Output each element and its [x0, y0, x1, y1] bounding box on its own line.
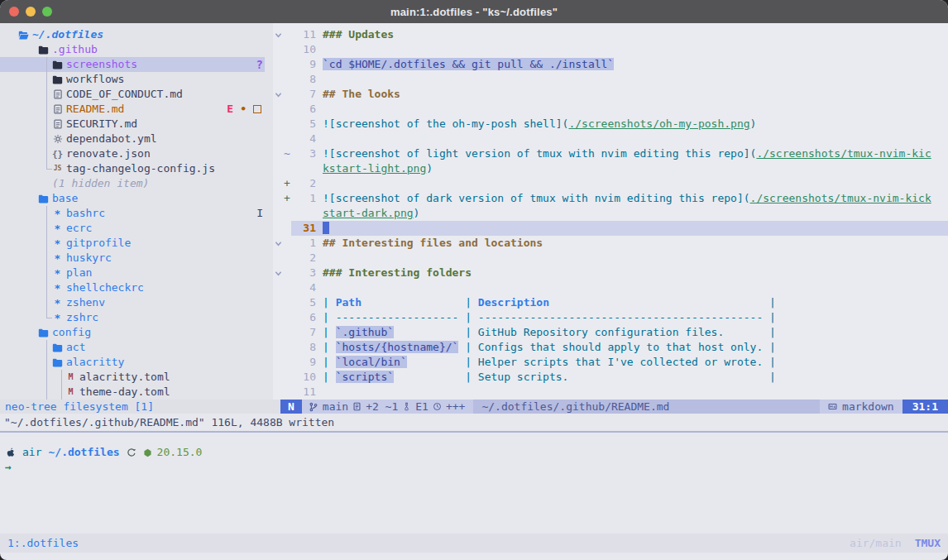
minimize-button[interactable]: [26, 7, 36, 17]
shell-prompt: air ~/.dotfiles 20.15.0: [0, 445, 948, 460]
tree-item-zshrc[interactable]: *zshrc: [0, 310, 265, 325]
tree-guide: [46, 251, 47, 266]
editor-line[interactable]: 31: [273, 221, 948, 236]
editor-line[interactable]: 9| `local/bin` | Helper scripts that I'v…: [273, 355, 948, 370]
line-number: 11: [291, 27, 316, 42]
tree-item-plan[interactable]: *plan: [0, 266, 265, 280]
editor-line[interactable]: 9`cd $HOME/.dotfiles && git pull && ./in…: [273, 57, 948, 72]
tree-item-workflows[interactable]: workflows: [0, 72, 265, 87]
editor-line[interactable]: 7## The looks: [273, 87, 948, 102]
editor-line[interactable]: start-dark.png): [273, 206, 948, 221]
tree-item--dotfiles[interactable]: ~/.dotfiles: [0, 27, 265, 42]
tree-item-tag-changelog-config-js[interactable]: JStag-changelog-config.js: [0, 161, 265, 176]
tree-guide: [61, 370, 62, 385]
asterisk-icon: *: [52, 313, 63, 323]
close-button[interactable]: [9, 7, 19, 17]
editor-line[interactable]: 4: [273, 280, 948, 295]
line-number: 10: [291, 42, 316, 57]
prompt-cwd: ~/.dotfiles: [48, 445, 119, 460]
editor-line[interactable]: 6| ------------------- | ---------------…: [273, 310, 948, 325]
editor-line[interactable]: 1## Interesting files and locations: [273, 236, 948, 251]
window-title: main:1:.dotfiles - "ks~/.dotfiles": [0, 6, 948, 18]
terminal-content: ~/.dotfiles.githubscreenshots?workflowsC…: [0, 23, 948, 560]
tree-item-bashrc[interactable]: *bashrcI: [0, 206, 265, 221]
tree-item-theme-day-toml[interactable]: Mtheme-day.toml: [0, 385, 265, 400]
line-text: kstart-light.png): [316, 161, 948, 176]
tree-item-label: screenshots: [66, 57, 137, 72]
editor-line[interactable]: 2: [273, 251, 948, 266]
line-number: 6: [291, 310, 316, 325]
tree-guide: [46, 206, 47, 221]
tree-guide: [46, 132, 47, 146]
tree-item-base[interactable]: base: [0, 191, 265, 206]
folder-icon: [52, 60, 63, 70]
fold-chevron-icon[interactable]: [273, 91, 283, 98]
editor-line[interactable]: 11: [273, 385, 948, 400]
editor-line[interactable]: 8: [273, 72, 948, 87]
tree-guide: [46, 310, 47, 318]
asterisk-icon: *: [52, 283, 63, 294]
line-number: 4: [291, 280, 316, 295]
editor-line[interactable]: kstart-light.png): [273, 161, 948, 176]
tree-guide: [46, 72, 47, 87]
editor-line[interactable]: 6: [273, 102, 948, 117]
tree-item-config[interactable]: config: [0, 325, 265, 340]
tree-item-readme-md[interactable]: README.mdE•: [0, 102, 265, 117]
tree-item-label: dependabot.yml: [66, 132, 157, 146]
tmux-window-label[interactable]: 1:.dotfiles: [7, 536, 79, 551]
editor-line[interactable]: 10: [273, 42, 948, 57]
tree-item-ecrc[interactable]: *ecrc: [0, 221, 265, 236]
editor-line[interactable]: 7| `.github` | GitHub Repository configu…: [273, 325, 948, 340]
tree-item-dependabot-yml[interactable]: dependabot.yml: [0, 132, 265, 146]
editor-line[interactable]: 5| Path | Description |: [273, 295, 948, 310]
editor-line[interactable]: 10| `scripts` | Setup scripts. |: [273, 370, 948, 385]
fold-chevron-icon[interactable]: [273, 240, 283, 247]
prompt-arrow[interactable]: →: [0, 460, 948, 475]
editor-line[interactable]: +2: [273, 176, 948, 191]
editor-line[interactable]: 5![screenshot of the oh-my-posh shell](.…: [273, 117, 948, 132]
editor-line[interactable]: 8| `hosts/{hostname}/` | Configs that sh…: [273, 340, 948, 355]
tree-item-zshenv[interactable]: *zshenv: [0, 295, 265, 310]
tmux-pane-divider[interactable]: [0, 431, 948, 433]
line-text: ## Interesting files and locations: [316, 236, 948, 251]
tree-item-huskyrc[interactable]: *huskyrc: [0, 251, 265, 266]
editor-line[interactable]: 4: [273, 132, 948, 146]
tree-guide: [46, 355, 47, 370]
line-number: 3: [291, 146, 316, 161]
tree-item-label: huskyrc: [66, 251, 112, 266]
tree-item-renovate-json[interactable]: {}renovate.json: [0, 146, 265, 161]
tree-item-shellcheckrc[interactable]: *shellcheckrc: [0, 280, 265, 295]
editor-line[interactable]: 3### Interesting folders: [273, 266, 948, 280]
tree-item-label: tag-changelog-config.js: [66, 161, 215, 176]
tree-item-screenshots[interactable]: screenshots?: [0, 57, 265, 72]
tree-item-gitprofile[interactable]: *gitprofile: [0, 236, 265, 251]
tree-item-label: alacritty.toml: [79, 370, 170, 385]
tree-item-alacritty[interactable]: alacritty: [0, 355, 265, 370]
tree-item-alacritty-toml[interactable]: Malacritty.toml: [0, 370, 265, 385]
line-number: 8: [291, 340, 316, 355]
zoom-button[interactable]: [42, 7, 52, 17]
line-text: ![screenshot of light version of tmux wi…: [316, 146, 948, 161]
fold-chevron-icon[interactable]: [273, 31, 283, 39]
line-number: 5: [291, 117, 316, 132]
tree-item-security-md[interactable]: SECURITY.md: [0, 117, 265, 132]
tree-item-label: ecrc: [66, 221, 92, 236]
editor-line[interactable]: +1![screenshot of dark version of tmux w…: [273, 191, 948, 206]
editor-line[interactable]: 11### Updates: [273, 27, 948, 42]
fold-chevron-icon[interactable]: [273, 270, 283, 277]
tree-item--github[interactable]: .github: [0, 42, 265, 57]
line-number: 8: [291, 72, 316, 87]
tree-item-code-of-conduct-md[interactable]: CODE_OF_CONDUCT.md: [0, 87, 265, 102]
git-branch-icon: [309, 402, 318, 412]
tree-guide: [46, 117, 47, 132]
tree-item--1-hidden-item-[interactable]: (1 hidden item): [0, 176, 265, 191]
editor-statusline: N main +2 ~1 E1 +++ ~/.dotfiles/.github/…: [280, 400, 948, 414]
tree-item-label: CODE_OF_CONDUCT.md: [66, 87, 183, 102]
tree-item-label: workflows: [66, 72, 124, 87]
tree-item-act[interactable]: act: [0, 340, 265, 355]
folder-icon: [38, 328, 49, 338]
tmux-status-bar: 1:.dotfiles air/main TMUX: [0, 534, 948, 553]
editor-line[interactable]: ~3![screenshot of light version of tmux …: [273, 146, 948, 161]
git-sync-icon: [127, 448, 136, 457]
statusline-filepath: ~/.dotfiles/.github/README.md: [473, 400, 820, 414]
